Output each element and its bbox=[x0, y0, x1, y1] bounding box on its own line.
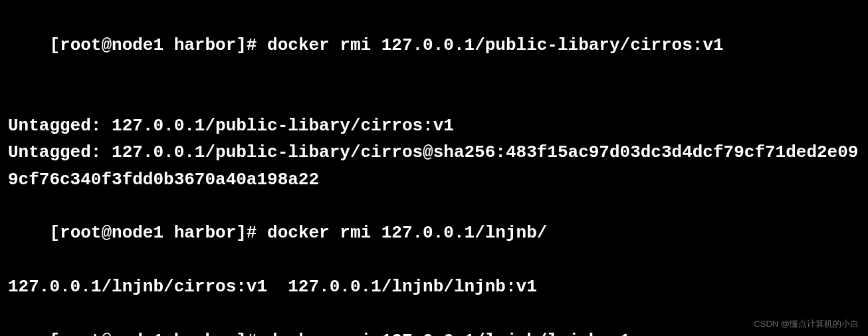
terminal-output[interactable]: [root@node1 harbor]# docker rmi 127.0.0.… bbox=[8, 5, 860, 336]
shell-prompt: [root@node1 harbor]# bbox=[49, 35, 267, 55]
output-line: 127.0.0.1/lnjnb/cirros:v1 127.0.0.1/lnjn… bbox=[8, 273, 860, 300]
command-line: [root@node1 harbor]# docker rmi 127.0.0.… bbox=[8, 300, 860, 336]
shell-prompt: [root@node1 harbor]# bbox=[49, 223, 267, 243]
command-text: docker rmi 127.0.0.1/lnjnb/ bbox=[267, 223, 547, 243]
output-line: Untagged: 127.0.0.1/public-libary/cirros… bbox=[8, 112, 860, 139]
shell-prompt: [root@node1 harbor]# bbox=[49, 331, 267, 336]
command-line: [root@node1 harbor]# docker rmi 127.0.0.… bbox=[8, 5, 860, 86]
command-text: docker rmi 127.0.0.1/public-libary/cirro… bbox=[267, 35, 724, 55]
blank-line bbox=[8, 86, 860, 112]
watermark-text: CSDN @懂点计算机的小白 bbox=[754, 317, 859, 331]
output-line: Untagged: 127.0.0.1/public-libary/cirros… bbox=[8, 139, 860, 193]
command-text: docker rmi 127.0.0.1/lnjnb/lnjnb:v1 bbox=[267, 331, 630, 336]
command-line: [root@node1 harbor]# docker rmi 127.0.0.… bbox=[8, 193, 860, 273]
